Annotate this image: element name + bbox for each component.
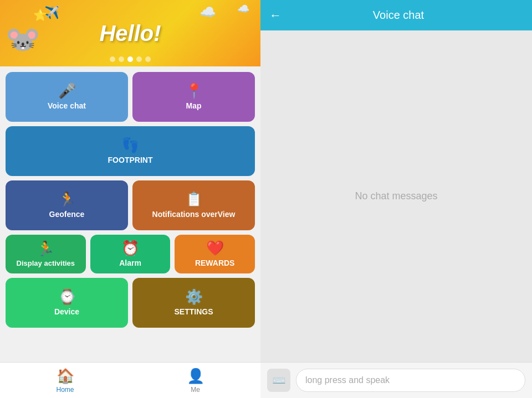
cloud2-icon: ☁️ [237,3,249,15]
alarm-icon: ⏰ [121,241,139,255]
banner: ✈️ ⭐ 🐭 Hello! ☁️ ☁️ [0,0,260,66]
grid-row-3: 🏃 Geofence 📋 Notifications overView [6,180,255,230]
dot-1 [110,56,115,62]
grid-row-4: 🏃 Display activities ⏰ Alarm ❤️ REWARDS [6,235,255,273]
microphone-icon: 🎤 [58,84,76,98]
notifications-button[interactable]: 📋 Notifications overView [132,180,255,230]
display-icon: 🏃 [37,241,54,256]
dot-2 [119,56,124,62]
nav-home[interactable]: 🏠 Home [0,368,130,394]
home-icon: 🏠 [57,368,74,385]
footprint-button[interactable]: 👣 FOOTPRINT [6,126,255,176]
keyboard-button[interactable]: ⌨️ [267,369,290,392]
notifications-label: Notifications overView [152,210,236,219]
person-icon: 👤 [187,368,204,385]
speak-input[interactable]: long press and speak [296,369,525,392]
settings-label: SETTINGS [174,307,213,316]
alarm-label: Alarm [119,259,141,267]
grid-row-2: 👣 FOOTPRINT [6,126,255,176]
grid-area: 🎤 Voice chat 📍 Map 👣 FOOTPRINT 🏃 Geofenc… [0,66,260,362]
banner-dots [0,56,260,62]
dot-4 [136,56,142,62]
nav-me[interactable]: 👤 Me [130,368,260,394]
chat-area: No chat messages [260,30,532,362]
right-panel: ← Voice chat No chat messages ⌨️ long pr… [260,0,532,398]
geofence-button[interactable]: 🏃 Geofence [6,180,128,230]
dot-3 [127,56,133,62]
star-icon: ⭐ [33,8,47,22]
map-pin-icon: 📍 [185,84,203,98]
voice-chat-title: Voice chat [290,9,523,22]
me-label: Me [191,386,200,394]
voice-chat-header: ← Voice chat [260,0,532,30]
footprint-label: FOOTPRINT [108,156,153,164]
home-label: Home [56,386,74,394]
rewards-icon: ❤️ [206,241,224,255]
bottom-nav: 🏠 Home 👤 Me [0,362,260,398]
map-label: Map [186,101,202,110]
display-label: Display activities [17,259,75,267]
settings-button[interactable]: ⚙️ SETTINGS [132,278,255,328]
rewards-button[interactable]: ❤️ REWARDS [175,235,255,273]
banner-hello: Hello! [99,21,161,46]
device-button[interactable]: ⌚ Device [6,278,128,328]
geofence-label: Geofence [49,210,85,219]
dot-5 [145,56,151,62]
voice-chat-label: Voice chat [48,101,86,110]
no-messages-text: No chat messages [355,190,437,202]
footprint-icon: 👣 [121,138,139,152]
map-button[interactable]: 📍 Map [132,72,255,122]
keyboard-icon: ⌨️ [272,374,286,387]
chat-input-row: ⌨️ long press and speak [260,362,532,398]
notifications-icon: 📋 [185,192,203,206]
rewards-label: REWARDS [195,259,235,267]
device-icon: ⌚ [58,290,76,304]
grid-row-1: 🎤 Voice chat 📍 Map [6,72,255,122]
speak-placeholder: long press and speak [305,375,390,385]
settings-icon: ⚙️ [185,290,203,304]
geofence-icon: 🏃 [58,192,76,206]
voice-chat-button[interactable]: 🎤 Voice chat [6,72,128,122]
alarm-button[interactable]: ⏰ Alarm [90,235,171,273]
display-button[interactable]: 🏃 Display activities [6,235,86,273]
left-panel: ✈️ ⭐ 🐭 Hello! ☁️ ☁️ 🎤 Voice chat 📍 Map [0,0,260,398]
grid-row-5: ⌚ Device ⚙️ SETTINGS [6,278,255,328]
mickey-icon: 🐭 [6,23,40,55]
back-button[interactable]: ← [269,8,282,23]
cloud1-icon: ☁️ [200,4,216,20]
device-label: Device [54,307,79,316]
